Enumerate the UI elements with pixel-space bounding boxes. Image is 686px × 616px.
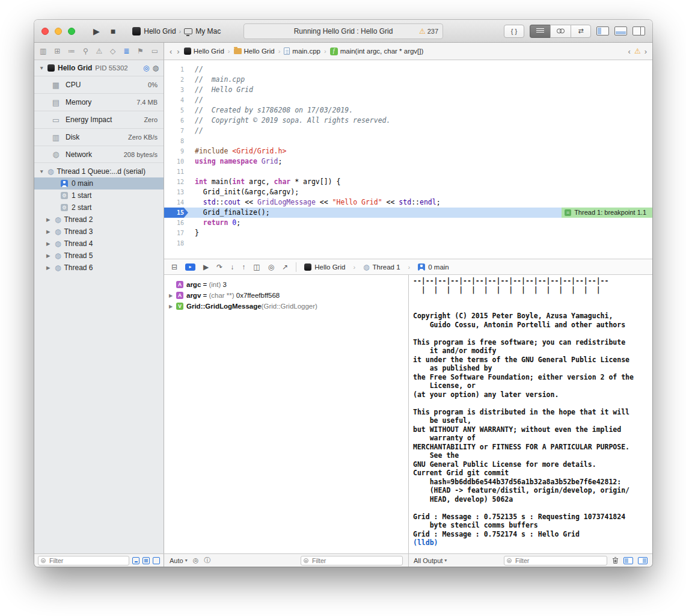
- step-out-icon[interactable]: ↑: [242, 263, 245, 271]
- disclosure-icon[interactable]: ▶: [46, 229, 52, 235]
- gauge-row-network[interactable]: ◍Network208 bytes/s: [34, 146, 164, 163]
- issue-navigator-icon[interactable]: ⚠: [96, 47, 103, 55]
- forward-button[interactable]: ›: [176, 47, 180, 56]
- disclosure-icon[interactable]: ▶: [46, 217, 52, 223]
- variables-filter-input[interactable]: [301, 557, 402, 564]
- activity-view[interactable]: Running Hello Grid : Hello Grid ⚠ 237: [243, 23, 443, 39]
- debug-breadcrumb-frame[interactable]: 0 main: [418, 263, 449, 271]
- code-line-11[interactable]: 11: [164, 167, 652, 177]
- minimize-window-icon[interactable]: [55, 28, 62, 35]
- trash-icon[interactable]: [612, 556, 619, 564]
- stack-frame-0-main[interactable]: 0 main: [34, 177, 164, 189]
- line-number[interactable]: 3: [164, 85, 188, 95]
- code-line-15[interactable]: 15 Grid_finalize();=Thread 1: breakpoint…: [164, 208, 652, 218]
- warning-badge[interactable]: ⚠ 237: [419, 24, 438, 38]
- disclosure-icon[interactable]: ▶: [46, 241, 52, 247]
- info-icon[interactable]: ⓘ: [204, 556, 210, 565]
- thread-row-6[interactable]: ▶◍Thread 6: [34, 262, 164, 274]
- breadcrumb-file[interactable]: main.cpp: [284, 48, 320, 55]
- code-line-1[interactable]: 1//: [164, 64, 652, 75]
- code-line-9[interactable]: 9#include <Grid/Grid.h>: [164, 146, 652, 156]
- hide-debug-area-icon[interactable]: ⊟: [171, 263, 177, 271]
- variables-view[interactable]: Aargc = (int) 3▶Aargv = (char **) 0x7ffe…: [164, 275, 409, 553]
- code-line-12[interactable]: 12int main(int argc, char * argv[]) {: [164, 177, 652, 187]
- code-line-16[interactable]: 16 return 0;: [164, 218, 652, 228]
- console-filter-input[interactable]: [504, 557, 607, 564]
- show-console-view-icon[interactable]: [638, 557, 648, 564]
- toggle-inspector-button[interactable]: [632, 26, 645, 35]
- stack-frame-2-start[interactable]: ⚙2 start: [34, 202, 164, 214]
- stop-button[interactable]: ■: [108, 26, 118, 37]
- memory-graph-icon[interactable]: ◎: [268, 263, 274, 271]
- variables-filter-field[interactable]: [301, 556, 403, 565]
- process-row[interactable]: ▼ Hello Grid PID 55302 ◎ ◍: [34, 60, 164, 76]
- continue-icon[interactable]: ▶: [203, 263, 209, 271]
- disclosure-icon[interactable]: ▼: [39, 65, 44, 71]
- code-line-17[interactable]: 17}: [164, 228, 652, 238]
- profile-icon[interactable]: ◎: [143, 64, 149, 72]
- simulate-location-icon[interactable]: ↗: [282, 263, 288, 271]
- line-number[interactable]: 12: [164, 177, 188, 187]
- thread-row-4[interactable]: ▶◍Thread 4: [34, 238, 164, 250]
- filter-crashed-threads-icon[interactable]: [132, 557, 139, 564]
- disclosure-icon[interactable]: ▼: [39, 168, 44, 174]
- line-number[interactable]: 6: [164, 116, 188, 126]
- stacked-view-icon[interactable]: [153, 557, 160, 564]
- line-number[interactable]: 1: [164, 64, 188, 75]
- close-window-icon[interactable]: [41, 28, 49, 35]
- line-number[interactable]: 4: [164, 95, 188, 105]
- test-navigator-icon[interactable]: ◇: [110, 47, 115, 55]
- show-variables-view-icon[interactable]: [623, 557, 633, 564]
- variable-row-argc[interactable]: Aargc = (int) 3: [169, 279, 403, 290]
- variable-row-argv[interactable]: ▶Aargv = (char **) 0x7ffeefbff568: [169, 290, 403, 301]
- line-number[interactable]: 11: [164, 167, 188, 177]
- flat-view-icon[interactable]: [142, 557, 150, 564]
- gauge-row-memory[interactable]: ▤Memory7.4 MB: [34, 93, 164, 111]
- breakpoint-annotation[interactable]: =Thread 1: breakpoint 1.1: [562, 208, 652, 218]
- thread-row-5[interactable]: ▶◍Thread 5: [34, 250, 164, 262]
- disclosure-icon[interactable]: ▶: [169, 304, 176, 309]
- line-number[interactable]: 5: [164, 105, 188, 116]
- code-snippets-button[interactable]: { }: [504, 25, 524, 38]
- scheme-selector[interactable]: Hello Grid › My Mac: [132, 27, 221, 35]
- line-number[interactable]: 10: [164, 156, 188, 167]
- variable-row-Grid-GridLogMessage[interactable]: ▶VGrid::GridLogMessage (Grid::GridLogger…: [169, 301, 403, 312]
- line-number[interactable]: 7: [164, 126, 188, 136]
- previous-issue-button[interactable]: ‹: [628, 47, 631, 56]
- step-into-icon[interactable]: ↓: [230, 263, 234, 271]
- gauge-row-cpu[interactable]: ▦CPU0%: [34, 76, 164, 93]
- step-over-icon[interactable]: ↷: [216, 263, 222, 271]
- line-number[interactable]: 18: [164, 238, 188, 248]
- code-line-7[interactable]: 7//: [164, 126, 652, 136]
- code-line-8[interactable]: 8: [164, 136, 652, 146]
- debug-breadcrumb-process[interactable]: Hello Grid: [304, 263, 345, 271]
- standard-editor-button[interactable]: [530, 25, 550, 38]
- breadcrumb-project[interactable]: Hello Grid: [184, 48, 224, 55]
- variables-scope-popup[interactable]: Auto ▾: [170, 557, 188, 564]
- toggle-navigator-button[interactable]: [596, 26, 609, 35]
- report-navigator-icon[interactable]: ▭: [152, 47, 158, 55]
- line-number[interactable]: 16: [164, 218, 188, 228]
- line-number[interactable]: 2: [164, 75, 188, 85]
- breadcrumb-symbol[interactable]: f main(int argc, char * argv[]): [330, 48, 424, 55]
- console-filter-field[interactable]: [504, 556, 607, 565]
- line-number[interactable]: 17: [164, 228, 188, 238]
- code-line-4[interactable]: 4//: [164, 95, 652, 105]
- symbol-navigator-icon[interactable]: ≔: [68, 47, 75, 55]
- line-number[interactable]: 9: [164, 146, 188, 156]
- stack-frame-1-start[interactable]: ⚙1 start: [34, 189, 164, 202]
- next-issue-button[interactable]: ›: [644, 47, 648, 56]
- disclosure-icon[interactable]: ▶: [46, 265, 52, 271]
- assistant-editor-button[interactable]: [550, 25, 571, 38]
- breakpoint-navigator-icon[interactable]: ⚑: [137, 47, 144, 55]
- gauge-row-disk[interactable]: ▥DiskZero KB/s: [34, 128, 164, 146]
- disclosure-icon[interactable]: ▶: [169, 293, 176, 298]
- code-line-10[interactable]: 10using namespace Grid;: [164, 156, 652, 167]
- code-line-3[interactable]: 3// Hello Grid: [164, 85, 652, 95]
- line-number[interactable]: 13: [164, 187, 188, 197]
- code-line-5[interactable]: 5// Created by s1786208 on 17/03/2019.: [164, 105, 652, 116]
- run-button[interactable]: ▶: [91, 26, 102, 37]
- back-button[interactable]: ‹: [169, 47, 173, 56]
- navigator-filter-field[interactable]: [38, 556, 129, 565]
- source-editor[interactable]: 1//2// main.cpp3// Hello Grid4//5// Crea…: [164, 60, 652, 259]
